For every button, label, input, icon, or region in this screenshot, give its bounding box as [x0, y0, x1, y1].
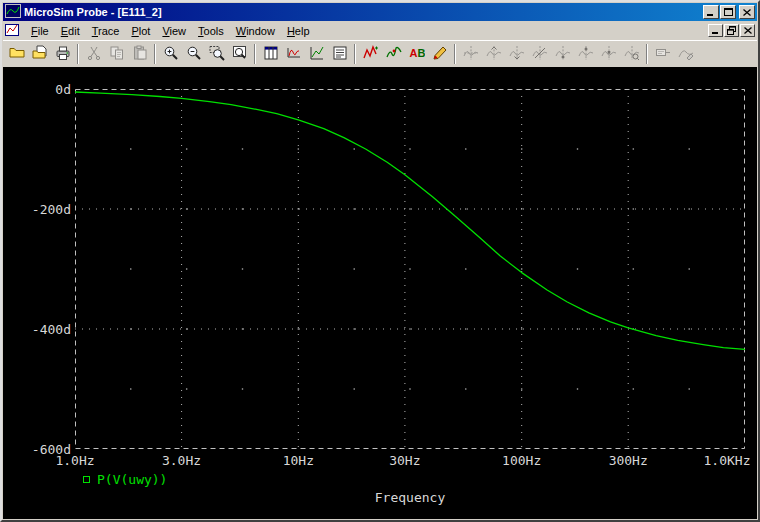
menu-file[interactable]: File	[25, 23, 55, 39]
zoom-fit-button[interactable]	[228, 43, 251, 65]
cursor-trough-icon	[509, 45, 525, 64]
cursor-min-icon	[555, 45, 571, 64]
x-tick-label: 1.0KHz	[699, 453, 755, 468]
cursor-search-button	[620, 43, 643, 65]
tag-icon	[655, 45, 671, 64]
toolbar-separator	[254, 44, 256, 64]
toolbar-separator	[354, 44, 356, 64]
cursor-point-button	[597, 43, 620, 65]
app-icon	[5, 4, 21, 20]
print-icon	[55, 45, 71, 64]
text-label-button[interactable]: AB	[405, 43, 428, 65]
toolbar-separator	[454, 44, 456, 64]
plot-columns-button[interactable]	[259, 43, 282, 65]
cut-button	[82, 43, 105, 65]
print-button[interactable]	[51, 43, 74, 65]
open-folder-icon	[9, 45, 25, 64]
label-point-button	[651, 43, 674, 65]
x-tick-label: 3.0Hz	[154, 453, 210, 468]
zoom-out-button[interactable]	[182, 43, 205, 65]
toolbar-separator	[77, 44, 79, 64]
svg-text:A: A	[409, 47, 417, 59]
zoom-in-button[interactable]	[159, 43, 182, 65]
paste-button	[128, 43, 151, 65]
menu-tools[interactable]: Tools	[192, 23, 230, 39]
toolbar-separator	[154, 44, 156, 64]
title-bar: MicroSim Probe - [E111_2]	[3, 3, 757, 21]
mdi-close-button[interactable]	[740, 24, 755, 37]
cursor-min-button	[551, 43, 574, 65]
copy-button	[105, 43, 128, 65]
open-button[interactable]	[5, 43, 28, 65]
app-window: MicroSim Probe - [E111_2] File Edit Trac…	[0, 0, 760, 522]
window-controls	[703, 5, 755, 19]
cursor-trough-button	[505, 43, 528, 65]
trace-marker-icon	[83, 476, 90, 483]
y-tick-label: -400d	[13, 322, 71, 337]
svg-text:B: B	[417, 47, 425, 59]
cursor-slope-icon	[532, 45, 548, 64]
document-icon[interactable]	[5, 24, 22, 38]
menu-window[interactable]: Window	[230, 23, 281, 39]
maximize-button[interactable]	[720, 5, 736, 19]
x-tick-label: 10Hz	[270, 453, 326, 468]
mdi-minimize-icon	[712, 27, 720, 34]
mark-voltage-button	[674, 43, 697, 65]
toolbar-separator	[646, 44, 648, 64]
mdi-minimize-button[interactable]	[708, 24, 723, 37]
columns-icon	[263, 45, 279, 64]
plot-client: P(V(uwy)) Frequency 0d-200d-400d-600d1.0…	[3, 67, 757, 519]
cursor-max-button	[574, 43, 597, 65]
maximize-icon	[724, 8, 733, 16]
zoom-out-icon	[186, 45, 202, 64]
cursor-peak-button	[482, 43, 505, 65]
toggle-cursor-button	[459, 43, 482, 65]
mdi-restore-icon	[727, 26, 736, 35]
x-tick-label: 300Hz	[600, 453, 656, 468]
fourier-button[interactable]	[282, 43, 305, 65]
mdi-restore-button[interactable]	[724, 24, 739, 37]
add-trace-button[interactable]	[359, 43, 382, 65]
close-button[interactable]	[739, 5, 755, 19]
close-icon	[743, 9, 751, 16]
performance-analysis-button[interactable]	[305, 43, 328, 65]
window-title: MicroSim Probe - [E111_2]	[24, 6, 700, 18]
cursor-slope-button	[528, 43, 551, 65]
minimize-button[interactable]	[703, 5, 719, 19]
mark-point-button[interactable]	[428, 43, 451, 65]
menu-plot[interactable]: Plot	[125, 23, 156, 39]
zoom-area-button[interactable]	[205, 43, 228, 65]
eval-goal-function-button[interactable]	[382, 43, 405, 65]
x-axis-title: Frequency	[75, 490, 745, 505]
paste-icon	[132, 45, 148, 64]
y-tick-label: -200d	[13, 202, 71, 217]
cursor-toggle-icon	[463, 45, 479, 64]
cursor-point-icon	[601, 45, 617, 64]
pencil-icon	[432, 45, 448, 64]
probe-mark-icon	[678, 45, 694, 64]
menu-help[interactable]: Help	[281, 23, 316, 39]
menu-view[interactable]: View	[156, 23, 192, 39]
mdi-window-controls	[708, 24, 755, 37]
mdi-close-icon	[744, 27, 752, 34]
cursor-search-icon	[624, 45, 640, 64]
x-tick-label: 1.0Hz	[47, 453, 103, 468]
toolbar: AB	[3, 40, 757, 67]
list-icon	[332, 45, 348, 64]
trace-legend[interactable]: P(V(uwy))	[83, 472, 167, 487]
open-file-icon	[32, 45, 48, 64]
x-tick-label: 100Hz	[494, 453, 550, 468]
trace-goal-icon	[386, 45, 402, 64]
zoom-fit-icon	[232, 45, 248, 64]
x-tick-label: 30Hz	[377, 453, 433, 468]
zoom-area-icon	[209, 45, 225, 64]
minimize-icon	[707, 9, 715, 16]
y-tick-label: 0d	[13, 82, 71, 97]
open-file-button[interactable]	[28, 43, 51, 65]
data-list-button[interactable]	[328, 43, 351, 65]
menu-trace[interactable]: Trace	[86, 23, 126, 39]
fourier-icon	[286, 45, 302, 64]
trace-legend-label: P(V(uwy))	[97, 472, 167, 487]
copy-icon	[109, 45, 125, 64]
menu-edit[interactable]: Edit	[55, 23, 86, 39]
